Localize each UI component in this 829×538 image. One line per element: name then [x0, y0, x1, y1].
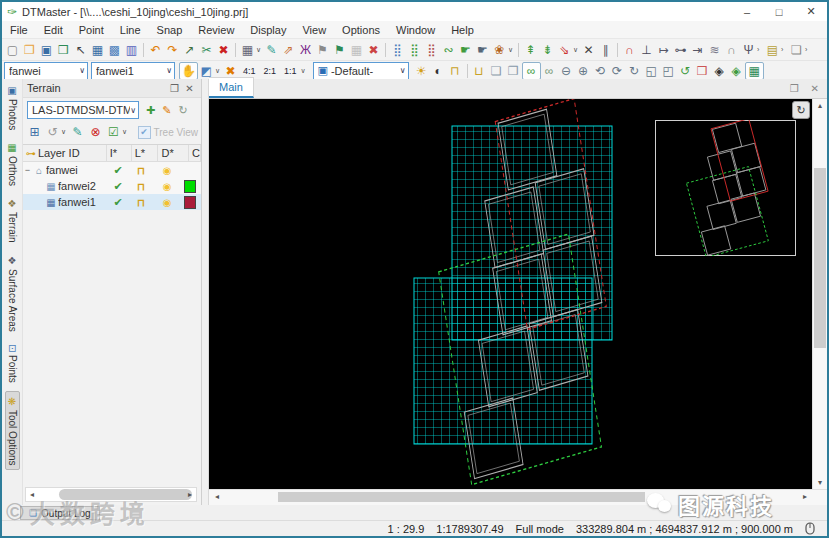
expander-icon[interactable]: −: [23, 165, 32, 175]
tab-output-log[interactable]: ❏ Output Log: [20, 506, 100, 520]
zoom-in-icon[interactable]: ⊕: [575, 63, 592, 79]
menu-item[interactable]: Review: [190, 24, 242, 36]
zoom-out-icon[interactable]: ⊖: [558, 63, 575, 79]
color-swatch[interactable]: [184, 180, 196, 193]
map-viewport[interactable]: ↻: [209, 99, 812, 489]
new-file-icon[interactable]: ▢: [4, 42, 21, 58]
column-layer-id[interactable]: ⊶ Layer ID: [23, 145, 107, 161]
check-icon[interactable]: ✔: [113, 164, 122, 176]
stereo-glasses-icon[interactable]: ◈: [711, 63, 728, 79]
map-frame-icon[interactable]: ▦: [745, 62, 764, 80]
horizontal-scrollbar[interactable]: ◂ ▸: [209, 489, 827, 505]
maximize-button[interactable]: □: [763, 2, 795, 21]
overview-minimap[interactable]: [655, 120, 796, 256]
redo-icon[interactable]: ↷: [164, 42, 181, 58]
side-tab[interactable]: ⊡ Points: [6, 340, 19, 387]
measure-icon[interactable]: Ж: [297, 42, 314, 58]
add-layer-icon[interactable]: ⊞: [26, 124, 43, 140]
close-button[interactable]: ✕: [795, 2, 827, 21]
day-night-icon[interactable]: ☀: [413, 63, 430, 79]
column-lock[interactable]: L*: [132, 145, 159, 161]
vertical-scrollbar[interactable]: ▴ ▾: [812, 99, 827, 489]
import-photo-icon[interactable]: ❒: [55, 42, 72, 58]
zoom-ratio-label[interactable]: 4:1: [239, 66, 260, 76]
tree-view-toggle[interactable]: ✔ Tree View: [138, 126, 198, 139]
mdi-close-icon[interactable]: ✕: [811, 83, 819, 94]
panel-scroll-thumb[interactable]: [59, 489, 192, 500]
rotate-right-icon[interactable]: ⟳: [609, 63, 626, 79]
menu-item[interactable]: Snap: [149, 24, 191, 36]
sync-dataset-icon[interactable]: ↻: [178, 104, 187, 117]
filter-flower-icon[interactable]: ❀: [491, 42, 508, 58]
menu-item[interactable]: Point: [71, 24, 112, 36]
stereo-pair-icon[interactable]: ∞: [522, 62, 541, 80]
creep-tool-icon[interactable]: ∾: [440, 42, 457, 58]
layer-row[interactable]: ▦ fanwei1 ✔ ⊓ ◉: [23, 194, 201, 210]
branch-tool-icon[interactable]: Ψ: [740, 42, 757, 58]
grid-menu-icon[interactable]: ▦: [239, 42, 256, 58]
panel-horizontal-scrollbar[interactable]: ◂ ▸: [25, 487, 197, 502]
grow-plant-icon[interactable]: ⇞: [522, 42, 539, 58]
menu-item[interactable]: Line: [112, 24, 149, 36]
bulb-icon[interactable]: ◉: [163, 165, 172, 176]
side-tab[interactable]: ▣ Photos: [6, 81, 19, 134]
menu-item[interactable]: Display: [242, 24, 294, 36]
grid-table-icon[interactable]: ▦: [89, 42, 106, 58]
check-icon[interactable]: ✔: [113, 180, 122, 192]
side-tab[interactable]: ❖ Terrain: [6, 194, 19, 247]
dropdown-chevron-icon[interactable]: ›: [781, 46, 788, 53]
undo-icon[interactable]: ↶: [147, 42, 164, 58]
pin-marker-icon[interactable]: ⊥: [638, 42, 655, 58]
side-tab[interactable]: ▦ Orthos: [6, 138, 19, 190]
save-icon[interactable]: ▣: [38, 42, 55, 58]
hand-point-icon[interactable]: ☛: [457, 42, 474, 58]
dropdown-chevron-icon[interactable]: ›: [757, 46, 764, 53]
stereo-pair-2-icon[interactable]: ∞: [541, 63, 558, 79]
sublayer-combo[interactable]: fanwei1 ∨: [91, 62, 175, 80]
magnet-2-icon[interactable]: ∩: [723, 42, 740, 58]
layer-check-icon[interactable]: ☑: [105, 124, 122, 140]
flag-down-icon[interactable]: ⚑: [331, 42, 348, 58]
note-front-icon[interactable]: ❐: [505, 63, 522, 79]
photo-pair-icon[interactable]: ▩: [106, 42, 123, 58]
menu-item[interactable]: File: [2, 24, 36, 36]
matrix-green-icon[interactable]: ⣿: [406, 42, 423, 58]
edit-layer-icon[interactable]: ✎: [69, 124, 86, 140]
unlock-icon[interactable]: ⊔: [471, 63, 488, 79]
column-import[interactable]: I*: [107, 145, 132, 161]
zoom-ratio-label[interactable]: 2:1: [260, 66, 281, 76]
scroll-down-icon[interactable]: ▾: [813, 476, 827, 489]
delete-icon[interactable]: ✖: [215, 42, 232, 58]
scroll-up-icon[interactable]: ▴: [813, 99, 827, 112]
menu-item[interactable]: View: [294, 24, 334, 36]
open-lock-icon[interactable]: ⊓: [137, 181, 145, 192]
check-icon[interactable]: ✔: [113, 196, 122, 208]
scroll-right-icon[interactable]: ▸: [184, 490, 196, 499]
link-start-icon[interactable]: ↦: [655, 42, 672, 58]
minimize-button[interactable]: –: [731, 2, 763, 21]
flip-v-icon[interactable]: ◰: [660, 63, 677, 79]
bulb-icon[interactable]: ◉: [163, 181, 172, 192]
point-columns-icon[interactable]: ▥: [123, 42, 140, 58]
flag-up-icon[interactable]: ⚑: [314, 42, 331, 58]
export-tile-icon[interactable]: ⇗: [280, 42, 297, 58]
open-lock-icon[interactable]: ⊓: [137, 197, 145, 208]
menu-item[interactable]: Options: [334, 24, 388, 36]
lock-icon[interactable]: ⊓: [447, 63, 464, 79]
menu-item[interactable]: Window: [388, 24, 443, 36]
matrix-blue-icon[interactable]: ⣿: [389, 42, 406, 58]
delete-layer-icon[interactable]: ⊗: [87, 124, 104, 140]
view-orientation-button[interactable]: ↻: [792, 101, 810, 119]
display-mode-combo[interactable]: ▣ -Default- ∨: [313, 62, 409, 80]
edit-surface-icon[interactable]: ✎: [263, 42, 280, 58]
zoom-ratio-label[interactable]: 1:1: [280, 66, 301, 76]
stitch-tool-icon[interactable]: ≋: [706, 42, 723, 58]
tab-main[interactable]: Main: [209, 77, 254, 98]
ghost-grid-icon[interactable]: ▦: [348, 42, 365, 58]
dropdown-chevron-icon[interactable]: ∨: [573, 46, 580, 54]
rotate-left-icon[interactable]: ⟲: [592, 63, 609, 79]
menu-item[interactable]: Help: [443, 24, 482, 36]
dropdown-chevron-icon[interactable]: ∨: [122, 128, 129, 136]
horizontal-scroll-thumb[interactable]: [278, 492, 645, 502]
menu-item[interactable]: Edit: [36, 24, 71, 36]
